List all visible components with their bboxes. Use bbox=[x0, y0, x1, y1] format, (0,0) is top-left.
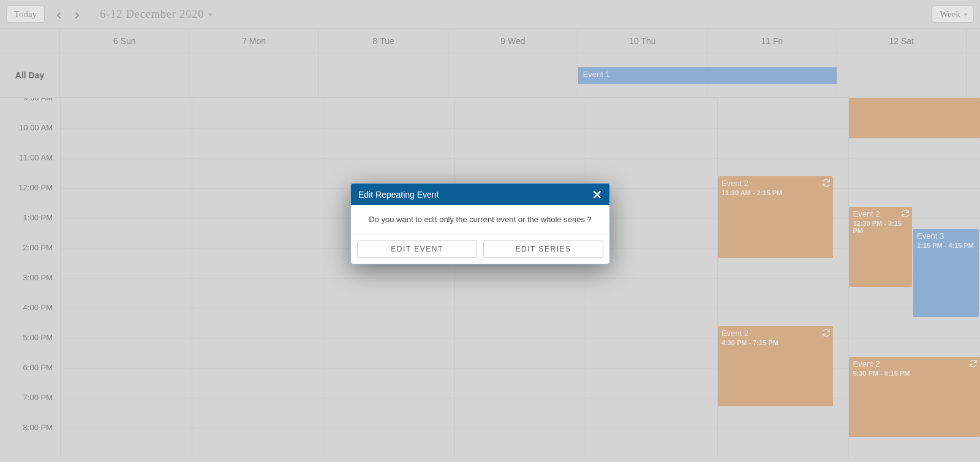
edit-event-button[interactable]: EDIT EVENT bbox=[357, 240, 477, 258]
dialog-close-button[interactable] bbox=[594, 190, 602, 199]
edit-series-button[interactable]: EDIT SERIES bbox=[483, 240, 603, 258]
edit-repeating-dialog: Edit Repeating Event Do you want to edit… bbox=[350, 183, 610, 264]
dialog-actions: EDIT EVENT EDIT SERIES bbox=[351, 234, 609, 264]
dialog-title: Edit Repeating Event bbox=[358, 190, 439, 199]
dialog-body: Do you want to edit only the current eve… bbox=[351, 205, 609, 234]
calendar-app: Today 6-12 December 2020 ▾ Week ▾ 6 Sun7… bbox=[0, 0, 980, 462]
dialog-header: Edit Repeating Event bbox=[351, 184, 609, 205]
